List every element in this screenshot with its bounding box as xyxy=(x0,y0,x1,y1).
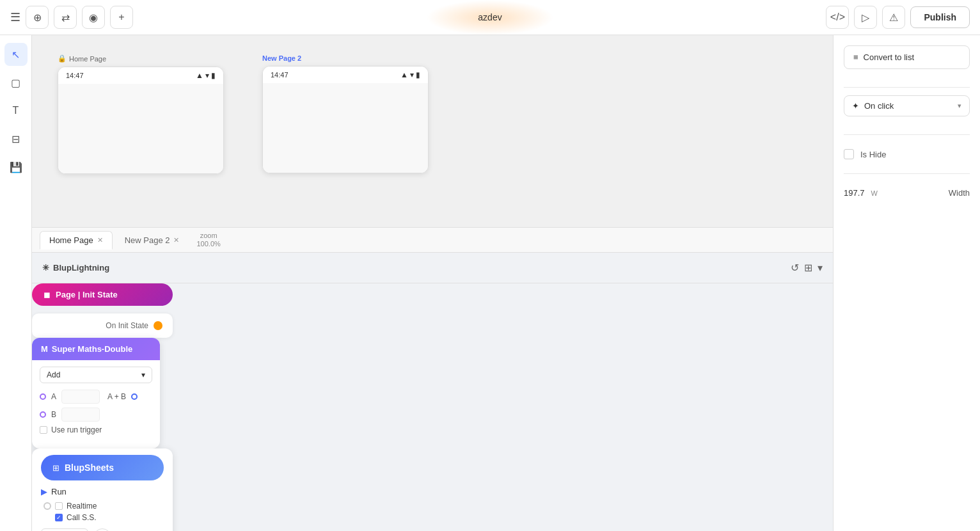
maths-dot-result[interactable] xyxy=(131,393,138,400)
play-button[interactable]: ▷ xyxy=(854,6,877,29)
divider-3 xyxy=(844,173,970,174)
maths-input-b[interactable] xyxy=(61,408,100,422)
is-hide-checkbox[interactable] xyxy=(844,149,854,159)
battery-icon: ▮ xyxy=(211,71,216,80)
chevron-down-icon[interactable]: ▾ xyxy=(818,262,823,274)
super-maths-node: M Super Maths-Double Add ▾ A A + B xyxy=(32,338,160,448)
tab-home-page[interactable]: Home Page ✕ xyxy=(40,231,113,250)
width-unit: W xyxy=(871,189,878,197)
zoom-value: 100.0% xyxy=(196,240,220,248)
maths-dot-b-left[interactable] xyxy=(40,411,46,418)
on-init-trigger-dot[interactable] xyxy=(154,321,162,330)
home-page-label: 🔒 Home Page xyxy=(58,54,106,63)
dropdown-chevron-icon: ▾ xyxy=(141,370,145,379)
phone-canvas: 🔒 Home Page 14:47 ▲ ▾ ▮ xyxy=(32,35,833,227)
sheets-call-ss-label: Call S.S. xyxy=(67,513,97,522)
signal-icon: ▲ xyxy=(196,71,203,80)
maths-row-b: B xyxy=(40,408,152,422)
sidebar-frame-icon[interactable]: ▢ xyxy=(4,71,28,94)
zoom-label: zoom xyxy=(196,232,220,240)
share-button[interactable]: ⇄ xyxy=(54,6,77,29)
topbar: ☰ ⊕ ⇄ ◉ + azdev </> ▷ ⚠ Publish xyxy=(0,0,980,35)
convert-to-list-button[interactable]: ≡ Convert to list xyxy=(844,45,970,69)
home-page-time: 14:47 xyxy=(66,72,84,79)
page-init-title: Page | Init State xyxy=(56,290,118,299)
tab-home-page-close[interactable]: ✕ xyxy=(97,236,103,244)
new-page-phone: 14:47 ▲ ▾ ▮ xyxy=(262,66,429,173)
maths-label-b: B xyxy=(51,410,56,419)
sheets-header: ⊞ BlupSheets xyxy=(41,455,164,480)
home-page-body xyxy=(58,84,223,173)
topbar-right: </> ▷ ⚠ Publish xyxy=(826,6,970,29)
publish-button[interactable]: Publish xyxy=(910,6,970,28)
new-page-phone-container: New Page 2 14:47 ▲ ▾ ▮ xyxy=(262,54,429,173)
divider-1 xyxy=(844,87,970,88)
sheets-icon: ⊞ xyxy=(52,463,59,473)
maths-checkbox-row: Use run trigger xyxy=(40,425,152,434)
new-page-status-bar: 14:47 ▲ ▾ ▮ xyxy=(263,67,428,83)
home-page-status-icons: ▲ ▾ ▮ xyxy=(196,71,216,80)
topbar-left: ☰ ⊕ ⇄ ◉ + xyxy=(10,6,133,29)
maths-icon: M xyxy=(41,344,48,354)
home-page-phone: 14:47 ▲ ▾ ▮ xyxy=(58,67,224,174)
sheets-call-ss-checkbox[interactable]: ✓ xyxy=(55,514,63,521)
maths-use-run-checkbox[interactable] xyxy=(40,426,47,434)
new-page-status-icons: ▲ ▾ ▮ xyxy=(400,70,420,79)
sheets-realtime-checkbox[interactable] xyxy=(55,502,63,510)
sheets-header-container: ⊞ BlupSheets xyxy=(32,448,173,480)
expand-icon[interactable]: ⊞ xyxy=(804,262,812,274)
wifi-icon: ▾ xyxy=(205,71,209,80)
zoom-info: zoom 100.0% xyxy=(196,232,220,248)
menu-icon[interactable]: ☰ xyxy=(10,10,20,24)
sidebar-cursor-icon[interactable]: ↖ xyxy=(4,43,28,66)
on-click-dropdown-left: ✦ On click xyxy=(852,101,894,111)
page-init-icon: ◼ xyxy=(43,290,51,299)
convert-list-icon: ≡ xyxy=(853,52,858,62)
sheets-table-add-button[interactable]: + xyxy=(93,528,111,531)
width-label: Width xyxy=(949,188,970,198)
blup-header-right: ↺ ⊞ ▾ xyxy=(791,262,823,274)
maths-input-a[interactable] xyxy=(61,390,100,404)
tab-new-page-2[interactable]: New Page 2 ✕ xyxy=(115,231,189,250)
tab-home-page-label: Home Page xyxy=(49,235,93,245)
add-tab-button[interactable]: ⊕ xyxy=(26,6,49,29)
maths-dot-a-left[interactable] xyxy=(40,393,46,400)
warning-button[interactable]: ⚠ xyxy=(882,6,905,29)
topbar-title: azdev xyxy=(478,12,502,22)
maths-body: Add ▾ A A + B B xyxy=(32,360,160,441)
main-layout: ↖ ▢ T ⊟ 💾 🔒 Home Page 14:47 ▲ ▾ xyxy=(0,35,980,531)
maths-use-run-label: Use run trigger xyxy=(51,425,102,434)
left-sidebar: ↖ ▢ T ⊟ 💾 xyxy=(0,35,32,531)
divider-2 xyxy=(844,134,970,135)
code-button[interactable]: </> xyxy=(826,6,849,29)
new-battery-icon: ▮ xyxy=(416,70,420,79)
sheets-call-ss-row: ✓ Call S.S. xyxy=(43,513,164,522)
maths-add-dropdown[interactable]: Add ▾ xyxy=(40,367,152,383)
tab-bar: Home Page ✕ New Page 2 ✕ zoom 100.0% xyxy=(32,227,833,253)
sidebar-save-icon[interactable]: 💾 xyxy=(4,155,28,178)
sidebar-text-icon[interactable]: T xyxy=(4,99,28,122)
sheets-outer-radio[interactable] xyxy=(43,502,51,510)
maths-title: Super Maths-Double xyxy=(52,344,132,354)
tab-new-page-2-close[interactable]: ✕ xyxy=(173,236,179,244)
page-init-body: On Init State xyxy=(32,313,173,338)
on-click-dropdown[interactable]: ✦ On click ▾ xyxy=(844,95,970,116)
maths-row-a: A A + B xyxy=(40,390,152,404)
is-hide-row: Is Hide xyxy=(844,143,970,166)
preview-button[interactable]: ◉ xyxy=(82,6,105,29)
blup-sheets-node: ⊞ BlupSheets ▶ Run Realtime xyxy=(32,448,173,531)
tab-new-page-2-label: New Page 2 xyxy=(125,235,170,245)
sheets-table-button[interactable]: ⊟ Table* xyxy=(41,528,88,531)
sheets-body: ▶ Run Realtime ✓ Call S.S. xyxy=(32,480,173,531)
sheets-realtime-label: Realtime xyxy=(67,502,97,511)
sheets-run-row: ▶ Run xyxy=(41,487,164,496)
blup-star-icon: ✳ xyxy=(42,263,49,273)
plus-button[interactable]: + xyxy=(110,6,133,29)
page-init-header: ◼ Page | Init State xyxy=(32,283,173,306)
is-hide-label: Is Hide xyxy=(860,150,886,159)
new-page-time: 14:47 xyxy=(271,71,288,79)
refresh-icon[interactable]: ↺ xyxy=(791,262,799,274)
sidebar-table-icon[interactable]: ⊟ xyxy=(4,127,28,150)
maths-result-label: A + B xyxy=(107,392,126,401)
width-value: 197.7 xyxy=(844,188,865,198)
